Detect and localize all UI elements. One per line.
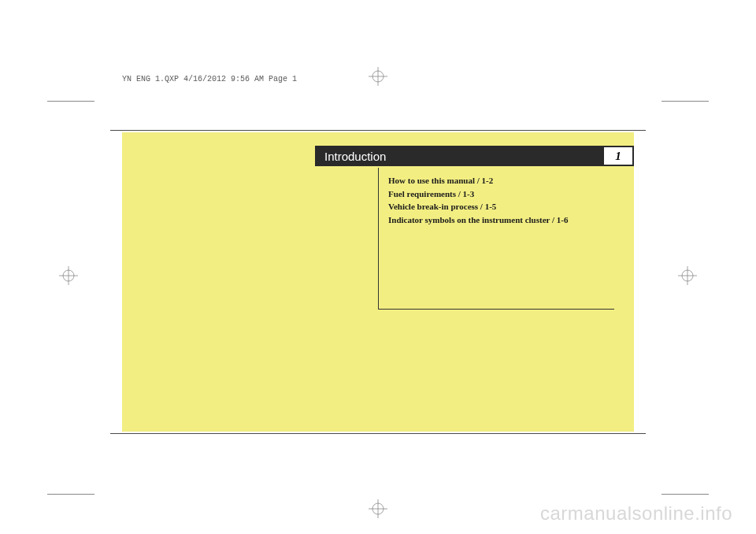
- registration-mark-icon: [369, 499, 387, 518]
- toc-item: Fuel requirements / 1-3: [388, 187, 614, 201]
- toc-item: Indicator symbols on the instrument clus…: [388, 213, 614, 227]
- watermark-text: carmanualsonline.info: [540, 502, 732, 525]
- registration-mark-icon: [678, 266, 697, 285]
- chapter-title: Introduction: [315, 150, 386, 163]
- print-header-slug: YN ENG 1.QXP 4/16/2012 9:56 AM Page 1: [122, 75, 297, 83]
- chapter-title-bar: Introduction 1: [315, 146, 634, 166]
- chapter-toc: How to use this manual / 1-2 Fuel requir…: [378, 168, 614, 310]
- registration-mark-icon: [369, 67, 387, 86]
- page-border: [110, 130, 646, 131]
- crop-mark: [47, 101, 94, 102]
- toc-item: Vehicle break-in process / 1-5: [388, 200, 614, 213]
- registration-mark-icon: [59, 266, 78, 285]
- chapter-number: 1: [604, 147, 632, 165]
- page-border: [110, 433, 646, 434]
- crop-mark: [662, 494, 709, 495]
- crop-mark: [662, 101, 709, 102]
- crop-mark: [47, 494, 94, 495]
- toc-item: How to use this manual / 1-2: [388, 174, 614, 187]
